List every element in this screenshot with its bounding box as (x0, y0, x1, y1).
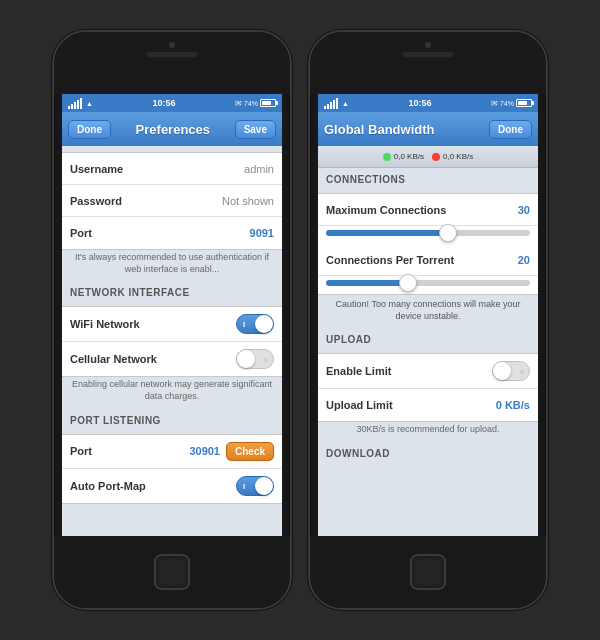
max-conn-slider-track[interactable] (326, 230, 530, 236)
top-bezel (54, 32, 290, 94)
conn-torrent-value: 20 (518, 254, 530, 266)
upload-dot (383, 153, 391, 161)
enable-limit-label: Enable Limit (326, 365, 391, 377)
upload-bw: 0,0 KB/s (394, 152, 424, 161)
password-row: Password Not shown (62, 185, 282, 217)
auth-note: It's always recommended to use authentic… (62, 250, 282, 281)
mail-icon: ✉ (235, 99, 242, 108)
battery-percent-2: 74% (500, 100, 514, 107)
home-button-2[interactable] (410, 554, 446, 590)
autoport-toggle[interactable]: I (236, 476, 274, 496)
port-value: 9091 (250, 227, 274, 239)
download-indicator: 0,0 KB/s (432, 152, 473, 161)
upload-limit-value: 0 KB/s (496, 399, 530, 411)
enable-limit-row: Enable Limit ○ (318, 354, 538, 389)
username-row: Username admin (62, 153, 282, 185)
upload-group: Enable Limit ○ Upload Limit 0 KB/s (318, 353, 538, 422)
battery-icon (260, 99, 276, 107)
wifi-label: WiFi Network (70, 318, 140, 330)
max-conn-value: 30 (518, 204, 530, 216)
wifi-toggle-knob (255, 315, 273, 333)
wifi-icon-2: ▲ (342, 100, 349, 107)
port-group: Port 30901 Check Auto Port-Map I (62, 434, 282, 504)
autoport-label: Auto Port-Map (70, 480, 146, 492)
max-conn-row: Maximum Connections 30 (318, 194, 538, 226)
battery-percent: 74% (244, 100, 258, 107)
status-time-2: 10:56 (408, 98, 431, 108)
conn-torrent-row: Connections Per Torrent 20 (318, 244, 538, 276)
cellular-label: Cellular Network (70, 353, 157, 365)
phone-bandwidth: ▲ 10:56 ✉ 74% Global Bandwidth Done 0,0 … (308, 30, 548, 610)
battery-icon-2 (516, 99, 532, 107)
wifi-row: WiFi Network I (62, 307, 282, 342)
autoport-on-text: I (243, 481, 245, 490)
autoport-toggle-knob (255, 477, 273, 495)
bandwidth-screen: ▲ 10:56 ✉ 74% Global Bandwidth Done 0,0 … (318, 94, 538, 536)
port-section-header: Port Listening (62, 409, 282, 428)
upload-limit-row: Upload Limit 0 KB/s (318, 389, 538, 421)
preferences-content: Username admin Password Not shown Port 9… (62, 146, 282, 536)
port-listen-value: 30901 (189, 445, 220, 457)
password-value: Not shown (222, 195, 274, 207)
done-button-2[interactable]: Done (489, 120, 532, 139)
camera (169, 42, 175, 48)
signal-bars-2 (324, 98, 338, 109)
cellular-toggle-knob (237, 350, 255, 368)
username-value: admin (244, 163, 274, 175)
max-conn-label: Maximum Connections (326, 204, 446, 216)
download-dot (432, 153, 440, 161)
conn-torrent-slider-thumb[interactable] (399, 274, 417, 292)
toggle-off-marker: ○ (264, 356, 268, 363)
bandwidth-header-bar: 0,0 KB/s 0,0 KB/s (318, 146, 538, 168)
enable-limit-toggle[interactable]: ○ (492, 361, 530, 381)
done-button[interactable]: Done (68, 120, 111, 139)
nav-bar-bandwidth: Global Bandwidth Done (318, 112, 538, 146)
upload-note: 30KB/s is recommended for upload. (318, 422, 538, 442)
phone-preferences: ▲ 10:56 ✉ 74% Done Preferences Save User… (52, 30, 292, 610)
save-button[interactable]: Save (235, 120, 276, 139)
network-section-header: Network Interface (62, 281, 282, 300)
wifi-toggle[interactable]: I (236, 314, 274, 334)
status-bar-2: ▲ 10:56 ✉ 74% (318, 94, 538, 112)
download-bw: 0,0 KB/s (443, 152, 473, 161)
top-bezel-2 (310, 32, 546, 94)
signal-bars (68, 98, 82, 109)
nav-bar-preferences: Done Preferences Save (62, 112, 282, 146)
status-bar: ▲ 10:56 ✉ 74% (62, 94, 282, 112)
max-conn-slider-container (318, 226, 538, 244)
conn-torrent-slider-container (318, 276, 538, 294)
upload-indicator: 0,0 KB/s (383, 152, 424, 161)
connections-group: Maximum Connections 30 Connections Per T… (318, 193, 538, 295)
bottom-bezel-2 (310, 536, 546, 608)
enable-limit-off-marker: ○ (520, 368, 524, 375)
port-listen-row: Port 30901 Check (62, 435, 282, 469)
upload-section-header: Upload (318, 328, 538, 347)
cellular-note: Enabling cellular network may generate s… (62, 377, 282, 408)
status-time: 10:56 (152, 98, 175, 108)
status-left-2: ▲ (324, 98, 349, 109)
bottom-bezel-1 (54, 536, 290, 608)
home-button-1[interactable] (154, 554, 190, 590)
preferences-screen: ▲ 10:56 ✉ 74% Done Preferences Save User… (62, 94, 282, 536)
username-label: Username (70, 163, 123, 175)
status-right-2: ✉ 74% (491, 99, 532, 108)
credentials-group: Username admin Password Not shown Port 9… (62, 152, 282, 250)
nav-title: Preferences (136, 122, 210, 137)
enable-limit-knob (493, 362, 511, 380)
camera-2 (425, 42, 431, 48)
port-listen-controls: 30901 Check (189, 442, 274, 461)
cellular-row: Cellular Network ○ (62, 342, 282, 376)
password-label: Password (70, 195, 122, 207)
autoport-row: Auto Port-Map I (62, 469, 282, 503)
conn-torrent-label: Connections Per Torrent (326, 254, 454, 266)
max-conn-slider-thumb[interactable] (439, 224, 457, 242)
connections-header: Connections (318, 168, 538, 187)
status-left: ▲ (68, 98, 93, 109)
caution-text: Caution! Too many connections will make … (318, 295, 538, 328)
nav-title-2: Global Bandwidth (324, 122, 435, 137)
check-button[interactable]: Check (226, 442, 274, 461)
conn-torrent-slider-track[interactable] (326, 280, 530, 286)
mail-icon-2: ✉ (491, 99, 498, 108)
speaker-2 (403, 52, 453, 57)
cellular-toggle[interactable]: ○ (236, 349, 274, 369)
